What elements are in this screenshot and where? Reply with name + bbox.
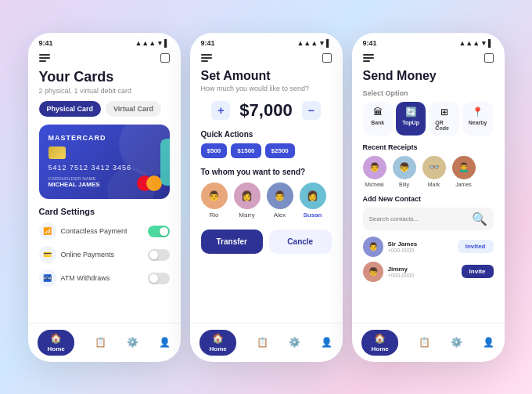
- toggle-online[interactable]: [148, 249, 170, 261]
- name-billy: Billy: [399, 182, 409, 187]
- amount-display: $7,000: [239, 100, 292, 121]
- nav-home-label-3: Home: [371, 345, 388, 352]
- nav-profile-1[interactable]: 👤: [159, 337, 171, 348]
- page-subtitle-1: 2 physical, 1 virtual debit card: [39, 87, 170, 95]
- invite-button[interactable]: Invite: [462, 265, 494, 278]
- search-box[interactable]: 🔍: [363, 208, 494, 230]
- name-rio: Rio: [209, 211, 218, 219]
- toggle-knob-1: [160, 227, 168, 236]
- settings-item-atm: 🏧 ATM Withdraws: [39, 269, 170, 287]
- topup-icon: 🔄: [405, 107, 417, 117]
- contact-name-1: Sir James: [388, 240, 418, 248]
- recipient-alex[interactable]: 👨 Alex: [267, 183, 293, 219]
- mc-orange-circle: [146, 175, 162, 191]
- action-icon[interactable]: [160, 53, 170, 63]
- menu-icon-2[interactable]: [201, 54, 212, 62]
- cards-icon-3: 📋: [419, 337, 430, 348]
- settings-item-left-3: 🏧 ATM Withdraws: [39, 269, 110, 287]
- option-topup[interactable]: 🔄 TopUp: [396, 102, 426, 136]
- recipient-rio[interactable]: 👨 Rio: [201, 183, 228, 219]
- nav-cards-3[interactable]: 📋: [419, 337, 430, 348]
- card-teal-accent: [160, 139, 170, 186]
- phone-header-1: [28, 50, 181, 69]
- online-icon: 💳: [39, 246, 56, 263]
- transfer-button[interactable]: Transfer: [201, 230, 264, 254]
- option-bank[interactable]: 🏛 Bank: [363, 102, 393, 136]
- nav-settings-2[interactable]: ⚙️: [289, 337, 300, 348]
- toggle-contactless[interactable]: [148, 226, 170, 237]
- search-icon[interactable]: 🔍: [472, 211, 487, 226]
- recent-james[interactable]: 👨‍🦱 James: [452, 156, 476, 187]
- avatar-jimmy: 👦: [363, 262, 383, 282]
- time-2: 9:41: [201, 39, 215, 47]
- menu-icon-3[interactable]: [363, 54, 374, 62]
- mc-red-circle: [137, 175, 153, 191]
- decrease-btn[interactable]: +: [211, 101, 230, 120]
- action-icon-2[interactable]: [322, 53, 332, 63]
- bank-label: Bank: [371, 120, 384, 125]
- send-to-title: To whom you want to send?: [201, 168, 332, 176]
- screen3-content: Send Money Select Option 🏛 Bank 🔄 TopUp …: [352, 69, 505, 323]
- card-settings-title: Card Settings: [39, 207, 170, 216]
- wifi-icon: ▾: [158, 39, 162, 47]
- recipients-row: 👨 Rio 👩 Marry 👨 Alex 👩 Susan: [201, 183, 332, 219]
- toggle-knob-3: [149, 274, 158, 283]
- quick-btn-2500[interactable]: $2500: [265, 143, 295, 158]
- option-qrcode[interactable]: ⊞ QR Code: [429, 102, 458, 136]
- option-nearby[interactable]: 📍 Nearby: [462, 102, 494, 136]
- recent-billy[interactable]: 👦 Billy: [393, 156, 416, 187]
- recipient-susan[interactable]: 👩 Susan: [300, 183, 326, 219]
- nav-profile-2[interactable]: 👤: [321, 337, 332, 348]
- avatar-alex: 👨: [267, 183, 293, 209]
- cancel-button[interactable]: Cancle: [269, 230, 332, 254]
- nav-home-label-1: Home: [47, 345, 64, 352]
- increase-btn[interactable]: −: [302, 101, 321, 120]
- action-icon-3[interactable]: [484, 53, 494, 63]
- nav-settings-1[interactable]: ⚙️: [127, 337, 138, 348]
- page-title-1: Your Cards: [39, 69, 170, 86]
- settings-item-online: 💳 Online Payments: [39, 246, 170, 263]
- invited-button[interactable]: Invited: [458, 240, 494, 253]
- recent-mark[interactable]: 👓 Mark: [422, 156, 446, 187]
- recent-micheal[interactable]: 👨 Micheal: [363, 156, 386, 187]
- settings-icon-2: ⚙️: [289, 337, 300, 348]
- page-subtitle-2: How much you would like to send?: [201, 85, 332, 92]
- search-input[interactable]: [369, 215, 472, 222]
- phones-container: 9:41 ▲▲▲ ▾ ▌ Your Cards 2 physical, 1 vi…: [28, 33, 505, 362]
- home-icon-1: 🏠: [50, 333, 62, 344]
- contact-info-1: Sir James +000-0000: [388, 240, 418, 253]
- nav-home-2[interactable]: 🏠 Home: [200, 330, 235, 356]
- nav-cards-1[interactable]: 📋: [95, 337, 106, 348]
- tab-virtual-card[interactable]: Virtual Card: [106, 101, 161, 117]
- card-holder: CARDHOLDER NAME MICHEAL JAMES: [49, 176, 100, 188]
- home-icon-2: 🏠: [212, 333, 224, 344]
- recent-row: 👨 Micheal 👦 Billy 👓 Mark 👨‍🦱 James: [363, 156, 494, 187]
- add-contact-title: Add New Contact: [363, 195, 494, 203]
- contactless-icon: 📶: [39, 222, 56, 240]
- recipient-marry[interactable]: 👩 Marry: [234, 183, 261, 219]
- time-3: 9:41: [363, 39, 377, 47]
- tab-physical-card[interactable]: Physical Card: [39, 101, 102, 117]
- avatar-billy: 👦: [393, 156, 416, 179]
- contact-info-2: Jimmy +000-0000: [388, 266, 415, 278]
- profile-icon-1: 👤: [159, 337, 171, 348]
- nav-home-1[interactable]: 🏠 Home: [38, 330, 74, 356]
- nav-profile-3[interactable]: 👤: [483, 337, 494, 348]
- qrcode-label: QR Code: [435, 120, 452, 131]
- battery-icon: ▌: [164, 39, 169, 47]
- options-row: 🏛 Bank 🔄 TopUp ⊞ QR Code 📍 Nearby: [363, 102, 494, 136]
- cards-icon-1: 📋: [95, 337, 106, 348]
- quick-btn-1500[interactable]: $1500: [231, 143, 261, 158]
- card-holder-name: MICHEAL JAMES: [49, 181, 100, 188]
- credit-card: MASTERCARD 5412 7512 3412 3456 CARDHOLDE…: [39, 125, 170, 199]
- nav-home-3[interactable]: 🏠 Home: [361, 330, 397, 356]
- signal-icon: ▲▲▲: [135, 39, 156, 47]
- signal-icon-2: ▲▲▲: [297, 39, 318, 47]
- phone-header-2: [190, 50, 343, 69]
- nav-settings-3[interactable]: ⚙️: [451, 337, 462, 348]
- toggle-atm[interactable]: [148, 273, 170, 284]
- menu-icon[interactable]: [39, 54, 50, 62]
- quick-btn-500[interactable]: $500: [201, 143, 228, 158]
- nav-cards-2[interactable]: 📋: [257, 337, 268, 348]
- status-icons-3: ▲▲▲ ▾ ▌: [458, 39, 493, 47]
